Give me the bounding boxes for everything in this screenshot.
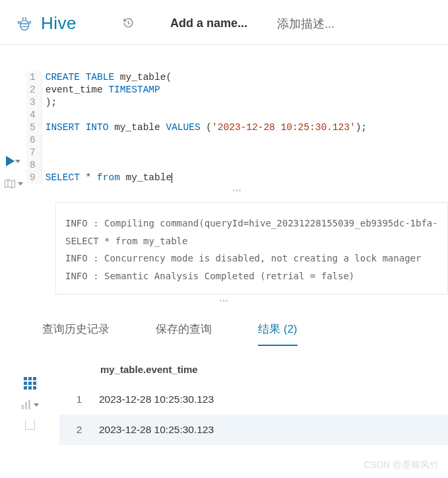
watermark: CSDN @墨卿风竹 bbox=[364, 460, 439, 471]
explorer-button[interactable] bbox=[4, 178, 23, 189]
tab-saved-queries[interactable]: 保存的查询 bbox=[156, 322, 212, 346]
hive-logo-icon bbox=[16, 15, 33, 32]
log-output[interactable]: INFO : Compiling command(queryId=hive_20… bbox=[55, 202, 448, 294]
logo: Hive bbox=[16, 13, 77, 34]
history-icon[interactable] bbox=[123, 17, 134, 30]
row-value: 2023-12-28 10:25:30.123 bbox=[99, 424, 214, 436]
results-toolbar bbox=[0, 358, 59, 445]
editor-panel: 1 2 3 4 5 6 7 8 9 CREATE TABLE my_table(… bbox=[0, 71, 448, 294]
chevron-down-icon bbox=[18, 182, 23, 186]
row-value: 2023-12-28 10:25:30.123 bbox=[99, 393, 214, 405]
result-tabs: 查询历史记录 保存的查询 结果 (2) bbox=[0, 307, 448, 347]
logo-text: Hive bbox=[41, 13, 77, 34]
tab-results[interactable]: 结果 (2) bbox=[258, 322, 298, 346]
svg-point-0 bbox=[20, 20, 29, 30]
sql-editor[interactable]: 1 2 3 4 5 6 7 8 9 CREATE TABLE my_table(… bbox=[26, 71, 448, 184]
log-line: INFO : Compiling command(queryId=hive_20… bbox=[65, 215, 438, 232]
chevron-down-icon bbox=[15, 160, 20, 163]
table-row[interactable]: 2 2023-12-28 10:25:30.123 bbox=[59, 415, 448, 445]
header-divider bbox=[0, 44, 448, 45]
row-index: 2 bbox=[59, 424, 99, 436]
svg-rect-3 bbox=[28, 400, 30, 409]
map-icon bbox=[4, 178, 16, 189]
resize-handle[interactable]: ••• bbox=[0, 294, 448, 307]
row-index: 1 bbox=[59, 393, 99, 405]
svg-rect-2 bbox=[25, 402, 27, 409]
column-header[interactable]: my_table.event_time bbox=[59, 358, 448, 384]
svg-rect-1 bbox=[22, 405, 24, 409]
chevron-down-icon bbox=[34, 403, 39, 407]
line-number-gutter: 1 2 3 4 5 6 7 8 9 bbox=[26, 71, 42, 184]
table-row[interactable]: 1 2023-12-28 10:25:30.123 bbox=[59, 384, 448, 415]
play-icon bbox=[6, 156, 15, 166]
tab-query-history[interactable]: 查询历史记录 bbox=[42, 322, 110, 346]
header-bar: Hive Add a name... 添加描述... bbox=[0, 0, 448, 44]
download-icon[interactable] bbox=[25, 420, 35, 430]
resize-handle[interactable]: ••• bbox=[26, 184, 448, 197]
results-table: my_table.event_time 1 2023-12-28 10:25:3… bbox=[59, 358, 448, 445]
run-button[interactable] bbox=[6, 156, 20, 166]
code-content[interactable]: CREATE TABLE my_table( event_time TIMEST… bbox=[42, 71, 448, 184]
log-line: INFO : Concurrency mode is disabled, not… bbox=[65, 250, 438, 267]
results-panel: my_table.event_time 1 2023-12-28 10:25:3… bbox=[0, 358, 448, 445]
add-name-field[interactable]: Add a name... bbox=[170, 17, 247, 30]
bar-chart-icon bbox=[21, 400, 32, 409]
log-line: INFO : Semantic Analysis Completed (retr… bbox=[65, 267, 438, 285]
grid-view-icon[interactable] bbox=[24, 377, 36, 390]
log-line: SELECT * from my_table bbox=[65, 232, 438, 250]
editor-gutter bbox=[0, 71, 26, 294]
add-description-field[interactable]: 添加描述... bbox=[277, 16, 335, 32]
chart-view-button[interactable] bbox=[21, 400, 39, 409]
